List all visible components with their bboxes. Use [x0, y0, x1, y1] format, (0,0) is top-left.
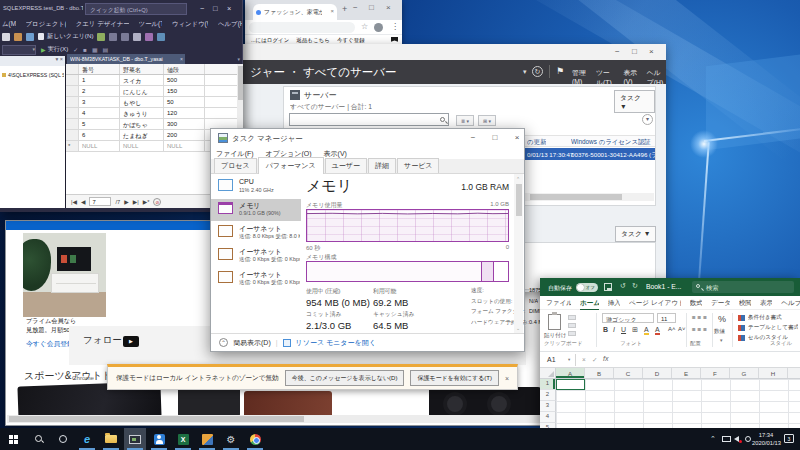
- database-combobox[interactable]: ▾: [2, 45, 36, 55]
- cell-name[interactable]: たまねぎ: [120, 130, 164, 140]
- increase-font-icon[interactable]: A˄: [668, 326, 676, 332]
- product-image[interactable]: [178, 387, 240, 417]
- ribbon-tab[interactable]: ファイル: [546, 299, 571, 309]
- minimize-button[interactable]: −: [463, 133, 483, 142]
- row-header[interactable]: 4: [540, 412, 556, 423]
- chrome-tab[interactable]: ファッション、家電か ×: [253, 4, 337, 20]
- row-selector[interactable]: [66, 97, 79, 107]
- server-tree-node[interactable]: 4\SQLEXPRESS (SQL Server 14.0.2027: [2, 72, 64, 78]
- record-number-input[interactable]: 7: [89, 197, 111, 206]
- address-bar[interactable]: [249, 22, 355, 33]
- column-header[interactable]: B: [585, 368, 614, 378]
- tab-close-icon[interactable]: ×: [330, 8, 334, 14]
- cell-no[interactable]: NULL: [79, 141, 120, 151]
- bookmark-star-icon[interactable]: ☆: [361, 22, 368, 31]
- sidebar-item-ethernet-2[interactable]: イーサネット 送信: 0 Kbps 受信: 0 Kbps: [211, 245, 301, 267]
- cell-no[interactable]: 2: [79, 86, 120, 96]
- menu-item[interactable]: クエリ デザイナー(R): [76, 20, 129, 30]
- enter-icon[interactable]: ✓: [592, 356, 597, 364]
- chevron-down-icon[interactable]: ▾: [720, 337, 723, 343]
- fx-icon[interactable]: fx: [603, 355, 608, 362]
- tray-expand-icon[interactable]: ⌃: [710, 435, 716, 443]
- ribbon-tab[interactable]: ページ レイアウト: [629, 299, 681, 309]
- cell-price[interactable]: NULL: [164, 141, 205, 151]
- selected-cell-a1[interactable]: [556, 379, 585, 390]
- ribbon-tab[interactable]: 数式: [690, 299, 702, 309]
- stop-icon[interactable]: ■: [83, 47, 87, 53]
- tab-details[interactable]: 詳細: [368, 158, 396, 173]
- align-top-icon[interactable]: ≡ ≡ ≡: [692, 314, 707, 321]
- new-file-icon[interactable]: [2, 33, 10, 41]
- column-header[interactable]: 野菜名: [120, 64, 164, 74]
- cell-no[interactable]: 4: [79, 108, 120, 118]
- resource-monitor-link[interactable]: リソース モニターを開く: [296, 338, 376, 348]
- cell-name[interactable]: にんじん: [120, 86, 164, 96]
- undo-icon[interactable]: ↺: [620, 282, 626, 290]
- menu-item[interactable]: 表示(V): [624, 68, 638, 88]
- cell-price[interactable]: 150: [164, 86, 205, 96]
- new-query-button[interactable]: 新しいクエリ(N): [38, 32, 93, 41]
- stop-icon[interactable]: ⊘: [153, 198, 161, 206]
- menu-item[interactable]: ム(M): [2, 20, 16, 30]
- maximize-button[interactable]: □: [369, 3, 374, 12]
- prev-record-icon[interactable]: ◀: [81, 199, 85, 205]
- cancel-icon[interactable]: ×: [582, 356, 586, 363]
- column-header[interactable]: H: [759, 368, 788, 378]
- taskbar-search-button[interactable]: [28, 428, 50, 450]
- toolbar-icon[interactable]: ▤: [103, 46, 109, 53]
- ribbon-tab[interactable]: ホーム: [580, 299, 599, 309]
- tab-close-icon[interactable]: ×: [180, 56, 183, 62]
- row-selector[interactable]: *: [66, 141, 79, 151]
- minimize-button[interactable]: −: [200, 4, 204, 13]
- toolbar-icon[interactable]: [157, 33, 165, 41]
- column-header[interactable]: 値段: [164, 64, 205, 74]
- row-header[interactable]: 3: [540, 401, 556, 412]
- ribbon-tab[interactable]: 表示: [760, 299, 772, 309]
- filter-button[interactable]: ≣ ▾: [456, 115, 474, 126]
- enable-protected-mode-button[interactable]: 保護モードを有効にする(T): [410, 370, 499, 386]
- row-selector[interactable]: [66, 130, 79, 140]
- cell-name[interactable]: かぼちゃ: [120, 119, 164, 129]
- taskbar-server-manager-active[interactable]: [124, 428, 146, 450]
- cell-price[interactable]: 50: [164, 97, 205, 107]
- row-header[interactable]: 2: [540, 390, 556, 401]
- cell-no[interactable]: 5: [79, 119, 120, 129]
- toolbar-icon[interactable]: [109, 33, 117, 41]
- filter-button[interactable]: ⊞ ▾: [478, 115, 496, 126]
- underline-button[interactable]: U: [621, 326, 626, 333]
- last-record-icon[interactable]: ▶|: [133, 199, 139, 205]
- tasks-dropdown[interactable]: タスク ▼: [615, 226, 656, 242]
- search-box[interactable]: 検索: [692, 281, 794, 293]
- copy-icon[interactable]: [568, 323, 576, 328]
- scrollbar-thumb[interactable]: [238, 66, 243, 100]
- toolbar-icon[interactable]: [133, 33, 141, 41]
- close-button[interactable]: ×: [649, 47, 654, 56]
- table-row[interactable]: 4 きゅうり 120: [66, 108, 243, 119]
- scroll-up-icon[interactable]: ⌃: [516, 176, 520, 182]
- cell-name[interactable]: きゅうり: [120, 108, 164, 118]
- taskbar-user-app[interactable]: [148, 428, 170, 450]
- row-selector[interactable]: [66, 119, 79, 129]
- taskbar-chrome[interactable]: [244, 428, 266, 450]
- paste-label[interactable]: 貼り付け: [544, 332, 567, 340]
- close-button[interactable]: ×: [507, 133, 527, 142]
- cell-price[interactable]: 120: [164, 108, 205, 118]
- new-record-icon[interactable]: ▶*: [143, 199, 150, 205]
- row-selector[interactable]: [66, 75, 79, 85]
- toolbar-icon[interactable]: [121, 33, 129, 41]
- cortana-button[interactable]: [52, 428, 74, 450]
- row-selector[interactable]: [66, 86, 79, 96]
- menu-item[interactable]: ヘルプ(H): [647, 68, 666, 88]
- ribbon-tab[interactable]: ヘルプ: [781, 299, 800, 309]
- chrome-menu-icon[interactable]: ⋮: [391, 22, 399, 31]
- chevron-down-icon[interactable]: ▾: [523, 68, 527, 76]
- tab-performance[interactable]: パフォーマンス: [258, 157, 324, 174]
- maximize-button[interactable]: □: [485, 133, 505, 142]
- paste-icon[interactable]: [548, 314, 561, 330]
- align-left-icon[interactable]: ≡ ≡ ≡: [692, 326, 707, 333]
- next-record-icon[interactable]: ▶: [124, 199, 128, 205]
- first-record-icon[interactable]: |◀: [71, 199, 77, 205]
- sidebar-item-cpu[interactable]: CPU 11% 2.40 GHz: [211, 176, 301, 198]
- bold-button[interactable]: B: [603, 326, 608, 333]
- refresh-icon[interactable]: ↻: [532, 66, 543, 77]
